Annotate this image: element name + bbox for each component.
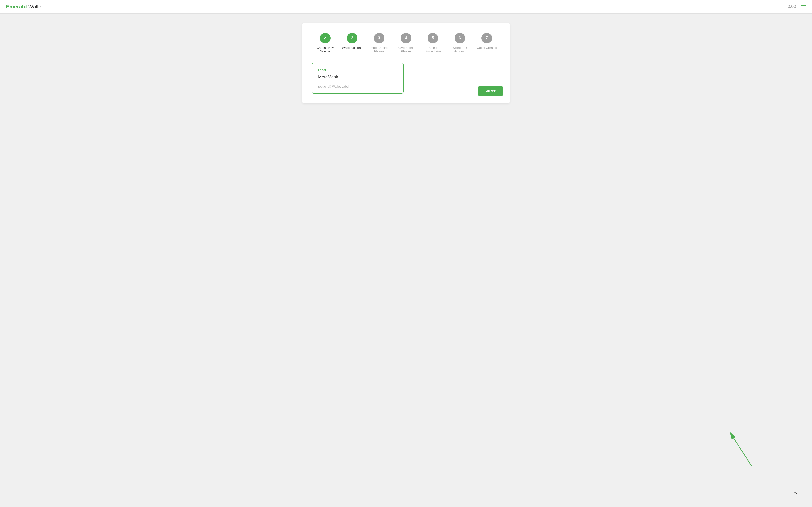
- logo: Emerald Wallet: [6, 4, 43, 10]
- step-7: 7Wallet Created: [473, 33, 500, 50]
- cursor: ↖: [794, 490, 798, 495]
- step-circle-4: 4: [401, 33, 411, 44]
- annotation-arrow: [718, 425, 756, 468]
- next-button[interactable]: NEXT: [478, 86, 503, 96]
- step-label-7: Wallet Created: [476, 46, 497, 50]
- step-label-3: Import Secret Phrase: [368, 46, 390, 53]
- step-circle-7: 7: [481, 33, 492, 44]
- step-1: ✓Choose Key Source: [312, 33, 339, 53]
- logo-emerald: Emerald: [6, 4, 27, 10]
- step-circle-1: ✓: [320, 33, 331, 44]
- step-6: 6Select HD Account: [446, 33, 473, 53]
- checkmark-icon: ✓: [323, 35, 327, 41]
- header-right: 0.00: [788, 4, 806, 9]
- logo-wallet: Wallet: [28, 4, 43, 10]
- step-circle-5: 5: [427, 33, 438, 44]
- label-input[interactable]: [318, 74, 397, 82]
- step-label-2: Wallet Options: [342, 46, 362, 50]
- step-label-4: Save Secret Phrase: [395, 46, 417, 53]
- field-label: Label: [318, 68, 397, 72]
- step-label-1: Choose Key Source: [314, 46, 336, 53]
- label-form-section: Label (optional) Wallet Label: [312, 63, 404, 94]
- main-content: ✓Choose Key Source2Wallet Options3Import…: [0, 13, 812, 113]
- step-label-6: Select HD Account: [449, 46, 471, 53]
- menu-icon[interactable]: [801, 5, 806, 8]
- step-circle-6: 6: [455, 33, 465, 44]
- balance-display: 0.00: [788, 4, 796, 9]
- stepper: ✓Choose Key Source2Wallet Options3Import…: [312, 33, 500, 53]
- step-circle-3: 3: [374, 33, 385, 44]
- wizard-card: ✓Choose Key Source2Wallet Options3Import…: [302, 23, 510, 103]
- input-hint: (optional) Wallet Label: [318, 85, 397, 89]
- step-label-5: Select Blockchains: [422, 46, 444, 53]
- step-circle-2: 2: [347, 33, 357, 44]
- step-2: 2Wallet Options: [339, 33, 365, 50]
- step-3: 3Import Secret Phrase: [366, 33, 393, 53]
- step-4: 4Save Secret Phrase: [393, 33, 419, 53]
- step-5: 5Select Blockchains: [419, 33, 446, 53]
- app-header: Emerald Wallet 0.00: [0, 0, 812, 13]
- svg-line-1: [730, 432, 752, 466]
